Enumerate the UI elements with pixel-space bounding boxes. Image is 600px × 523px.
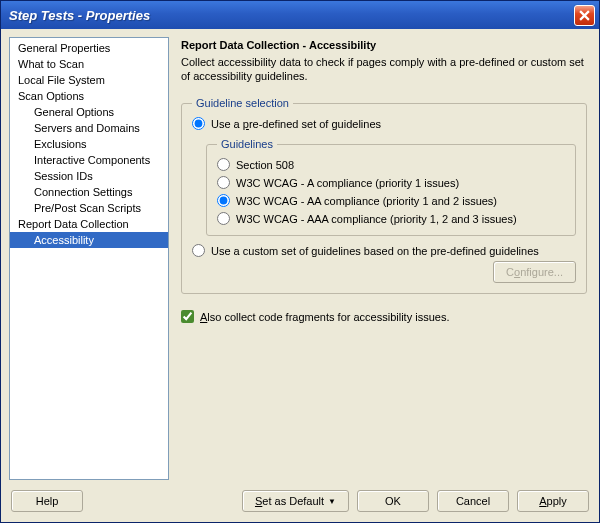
tree-item-interactive-components[interactable]: Interactive Components [10,152,168,168]
ok-button[interactable]: OK [357,490,429,512]
nav-tree[interactable]: General Properties What to Scan Local Fi… [9,37,169,480]
cancel-button[interactable]: Cancel [437,490,509,512]
tree-item-servers-domains[interactable]: Servers and Domains [10,120,168,136]
radio-use-predefined[interactable] [192,117,205,130]
radio-wcag-aa[interactable] [217,194,230,207]
panel-description: Collect accessibility data to check if p… [181,55,587,83]
radio-wcag-aaa[interactable] [217,212,230,225]
configure-button[interactable]: Configure... [493,261,576,283]
checkbox-collect-fragments[interactable] [181,310,194,323]
tree-item-local-file-system[interactable]: Local File System [10,72,168,88]
guideline-selection-legend: Guideline selection [192,97,293,109]
radio-wcag-a-label: W3C WCAG - A compliance (priority 1 issu… [236,177,459,189]
tree-item-report-data-collection[interactable]: Report Data Collection [10,216,168,232]
guidelines-group: Guidelines Section 508 W3C WCAG - A comp… [206,138,576,236]
tree-item-general-properties[interactable]: General Properties [10,40,168,56]
help-button[interactable]: Help [11,490,83,512]
chevron-down-icon: ▼ [328,497,336,506]
radio-wcag-a[interactable] [217,176,230,189]
tree-item-accessibility[interactable]: Accessibility [10,232,168,248]
radio-section-508-label: Section 508 [236,159,294,171]
tree-item-scan-options[interactable]: Scan Options [10,88,168,104]
tree-item-connection-settings[interactable]: Connection Settings [10,184,168,200]
guideline-selection-group: Guideline selection Use a pre-defined se… [181,97,587,294]
close-button[interactable] [574,5,595,26]
panel-heading: Report Data Collection - Accessibility [181,39,587,51]
checkbox-collect-fragments-label: Also collect code fragments for accessib… [200,311,449,323]
titlebar: Step Tests - Properties [1,1,599,29]
tree-item-pre-post-scripts[interactable]: Pre/Post Scan Scripts [10,200,168,216]
tree-item-what-to-scan[interactable]: What to Scan [10,56,168,72]
close-icon [579,10,590,21]
radio-wcag-aaa-label: W3C WCAG - AAA compliance (priority 1, 2… [236,213,517,225]
main-panel: Report Data Collection - Accessibility C… [177,37,591,480]
apply-button[interactable]: Apply [517,490,589,512]
radio-section-508[interactable] [217,158,230,171]
tree-item-general-options[interactable]: General Options [10,104,168,120]
guidelines-legend: Guidelines [217,138,277,150]
radio-use-predefined-label: Use a pre-defined set of guidelines [211,118,381,130]
dialog-window: Step Tests - Properties General Properti… [0,0,600,523]
set-as-default-button[interactable]: Set as Default ▼ [242,490,349,512]
button-bar: Help Set as Default ▼ OK Cancel Apply [1,484,599,522]
window-title: Step Tests - Properties [9,8,574,23]
radio-use-custom-label: Use a custom set of guidelines based on … [211,245,539,257]
tree-item-exclusions[interactable]: Exclusions [10,136,168,152]
tree-item-session-ids[interactable]: Session IDs [10,168,168,184]
radio-wcag-aa-label: W3C WCAG - AA compliance (priority 1 and… [236,195,497,207]
radio-use-custom[interactable] [192,244,205,257]
